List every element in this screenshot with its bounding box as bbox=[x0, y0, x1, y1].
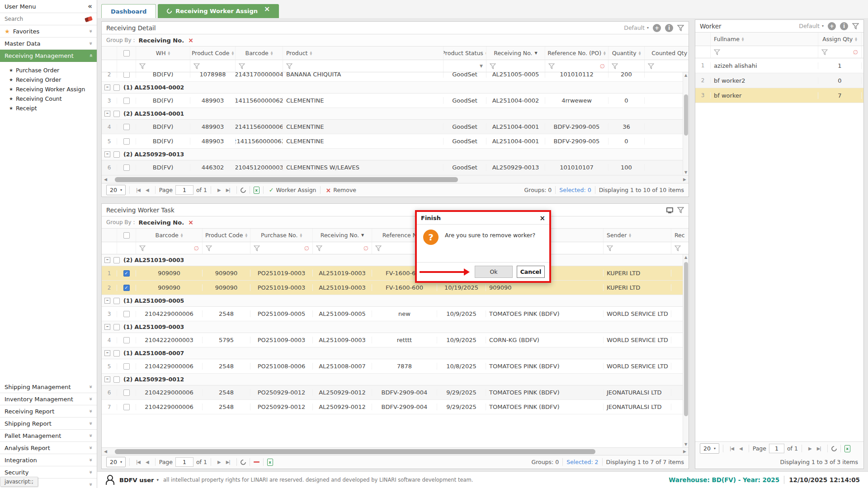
collapse-groups-icon[interactable] bbox=[254, 461, 259, 463]
column-header[interactable]: Receiving No.▼ bbox=[486, 47, 545, 60]
scroll-down-icon[interactable]: ▼ bbox=[684, 442, 687, 446]
row-checkbox[interactable] bbox=[123, 98, 130, 104]
collapse-group-icon[interactable]: – bbox=[104, 350, 110, 356]
group-row[interactable]: –(1) AL251009-0005 bbox=[102, 295, 689, 307]
group-checkbox[interactable] bbox=[113, 298, 120, 304]
scroll-left-icon[interactable]: ◀ bbox=[103, 449, 108, 454]
column-header[interactable]: Sender▲▼ bbox=[604, 229, 671, 242]
filter-funnel-icon[interactable] bbox=[607, 245, 613, 251]
table-row[interactable]: 521042290000062548PO251008-0006AL251008-… bbox=[102, 359, 689, 374]
filter-funnel-icon[interactable] bbox=[206, 245, 212, 251]
row-checkbox[interactable] bbox=[123, 337, 130, 343]
column-header[interactable]: Barcode▲▼ bbox=[136, 229, 203, 242]
row-checkbox[interactable] bbox=[123, 270, 130, 277]
refresh-icon[interactable] bbox=[239, 186, 247, 194]
next-page-button[interactable]: ▶ bbox=[217, 460, 221, 465]
table-row[interactable]: 1azizeh alishahi1 bbox=[695, 58, 863, 73]
remove-button[interactable]: ×Remove bbox=[326, 187, 356, 194]
column-header[interactable]: Quantity▲▼ bbox=[609, 47, 645, 60]
filter-funnel-icon[interactable] bbox=[254, 245, 260, 251]
first-page-button[interactable]: |◀ bbox=[136, 188, 140, 192]
view-selector[interactable]: Default▾ bbox=[799, 23, 824, 29]
sidebar-section-master-data[interactable]: Master Data » bbox=[0, 38, 97, 50]
row-checkbox[interactable] bbox=[123, 389, 130, 396]
sidebar-item-receiving-order[interactable]: ★Receiving Order bbox=[0, 75, 97, 84]
row-checkbox[interactable] bbox=[123, 311, 130, 317]
column-header[interactable]: Purchase No.▲▼ bbox=[250, 229, 313, 242]
remove-group-icon[interactable]: × bbox=[188, 37, 193, 44]
row-checkbox[interactable] bbox=[123, 363, 130, 370]
group-row[interactable]: –(2) AL251004-0001 bbox=[102, 108, 689, 120]
sidebar-item-purchase-order[interactable]: ★Purchase Order bbox=[0, 66, 97, 75]
row-checkbox[interactable] bbox=[123, 72, 130, 78]
filter-funnel-icon[interactable] bbox=[648, 63, 654, 69]
table-row[interactable]: 2909090909090PO251019-0003AL251019-0003F… bbox=[102, 281, 689, 295]
table-row[interactable]: 1909090909090PO251019-0003AL251019-0003F… bbox=[102, 266, 689, 281]
horizontal-scrollbar[interactable]: ◀ ▶ bbox=[102, 447, 689, 455]
cancel-button[interactable]: Cancel bbox=[517, 266, 545, 278]
collapse-sidebar-icon[interactable]: « bbox=[88, 2, 92, 10]
group-checkbox[interactable] bbox=[113, 376, 120, 383]
last-page-button[interactable]: ▶| bbox=[226, 460, 230, 465]
sidebar-item-receiving-worker-assign[interactable]: ★Receiving Worker Assign bbox=[0, 84, 97, 94]
table-row[interactable]: 721042290000062548PO250929-0012AL250929-… bbox=[102, 400, 689, 414]
scroll-left-icon[interactable]: ◀ bbox=[103, 177, 108, 182]
last-page-button[interactable]: ▶| bbox=[817, 446, 821, 451]
group-checkbox[interactable] bbox=[113, 111, 120, 117]
close-tab-icon[interactable]: × bbox=[264, 5, 270, 13]
table-row[interactable]: 3BD(FV)489903214115600000621CLEMENTINEGo… bbox=[102, 94, 689, 108]
collapse-group-icon[interactable]: – bbox=[104, 84, 110, 90]
first-page-button[interactable]: |◀ bbox=[136, 460, 140, 465]
prev-page-button[interactable]: ◀ bbox=[146, 460, 149, 465]
collapse-group-icon[interactable]: – bbox=[104, 324, 110, 330]
filter-icon[interactable] bbox=[677, 25, 684, 31]
sidebar-item-receiving-count[interactable]: ★Receiving Count bbox=[0, 94, 97, 103]
column-header[interactable]: Product Code▲▼ bbox=[203, 229, 250, 242]
sidebar-section-receiving-report[interactable]: Receiving Report» bbox=[0, 405, 97, 418]
excel-export-icon[interactable]: x bbox=[254, 187, 259, 194]
filter-dropdown-icon[interactable]: ▼ bbox=[480, 64, 483, 68]
excel-export-icon[interactable]: x bbox=[267, 459, 273, 466]
column-header[interactable]: Receiving No.▼ bbox=[313, 229, 372, 242]
column-header[interactable]: Barcode▲▼ bbox=[236, 47, 283, 60]
user-menu-button[interactable]: BDFV user bbox=[119, 477, 154, 483]
group-checkbox[interactable] bbox=[113, 324, 120, 330]
page-input[interactable] bbox=[175, 185, 193, 195]
page-size-select[interactable]: 20▾ bbox=[700, 443, 719, 454]
group-row[interactable]: –(2) AL251019-0003 bbox=[102, 254, 689, 266]
page-size-select[interactable]: 20▾ bbox=[106, 457, 126, 467]
page-input[interactable] bbox=[175, 457, 193, 467]
column-header[interactable]: Fullname▲▼ bbox=[711, 33, 818, 46]
collapse-group-icon[interactable]: – bbox=[104, 257, 110, 263]
group-row[interactable]: –(1) AL251004-0002 bbox=[102, 82, 689, 94]
page-size-select[interactable]: 20▾ bbox=[106, 185, 126, 195]
collapse-group-icon[interactable]: – bbox=[104, 298, 110, 304]
info-icon[interactable]: i bbox=[665, 24, 673, 32]
table-row[interactable]: 421042220000035795PO251009-0003AL251009-… bbox=[102, 333, 689, 347]
last-page-button[interactable]: ▶| bbox=[226, 188, 230, 192]
scroll-right-icon[interactable]: ▶ bbox=[682, 177, 687, 182]
group-row[interactable]: –(1) AL251008-0007 bbox=[102, 347, 689, 359]
table-row[interactable]: 6BD(FV)4463022104512000003CLEMENTINES W/… bbox=[102, 160, 689, 175]
vertical-scrollbar[interactable]: ▲ ▼ bbox=[683, 72, 689, 175]
filter-icon[interactable] bbox=[852, 23, 859, 29]
clear-filter-icon[interactable]: ∅ bbox=[194, 245, 199, 252]
clear-filter-icon[interactable]: ∅ bbox=[363, 245, 368, 252]
column-header[interactable]: Assign Qty▲▼ bbox=[818, 33, 862, 46]
filter-funnel-icon[interactable] bbox=[193, 63, 200, 69]
sidebar-section-favorites[interactable]: ★ Favorites » bbox=[0, 25, 97, 38]
table-row[interactable]: 621042290000062548PO250929-0012AL250929-… bbox=[102, 385, 689, 400]
horizontal-scrollbar[interactable]: ◀ ▶ bbox=[102, 175, 689, 183]
close-dialog-icon[interactable]: × bbox=[539, 214, 545, 222]
table-row[interactable]: 3bf worker7 bbox=[695, 88, 863, 103]
collapse-group-icon[interactable]: – bbox=[104, 151, 110, 157]
sidebar-section-integration[interactable]: Integration» bbox=[0, 454, 97, 466]
row-checkbox[interactable] bbox=[123, 138, 130, 145]
filter-funnel-icon[interactable] bbox=[675, 245, 681, 251]
column-header[interactable]: Product Code▲▼ bbox=[190, 47, 236, 60]
refresh-icon[interactable] bbox=[239, 458, 247, 466]
filter-funnel-icon[interactable] bbox=[490, 63, 496, 69]
group-checkbox[interactable] bbox=[113, 257, 120, 263]
row-checkbox[interactable] bbox=[123, 285, 130, 291]
group-checkbox[interactable] bbox=[113, 84, 120, 91]
